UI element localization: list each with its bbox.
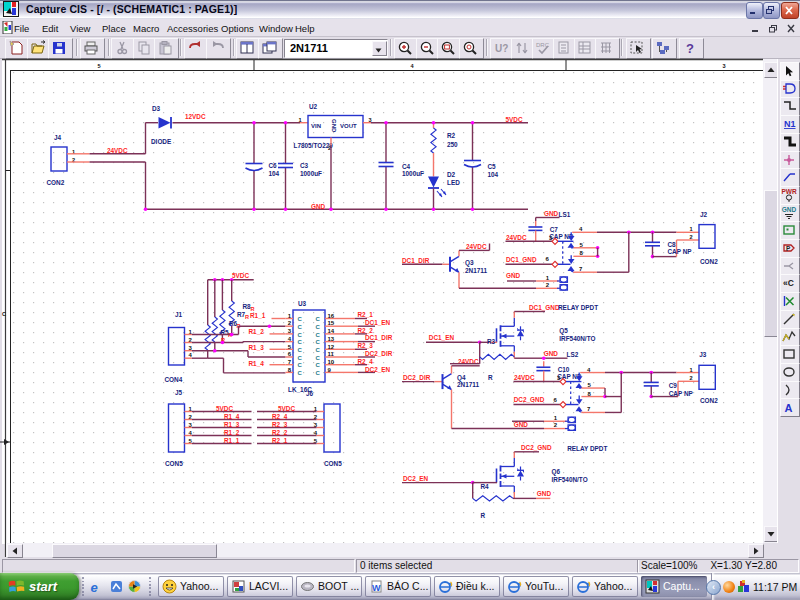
svg-text:N1: N1 [784,119,796,129]
svg-text:24VDC: 24VDC [514,374,535,381]
svg-text:GND: GND [544,210,559,217]
svg-text:R2_1: R2_1 [272,437,288,444]
svg-text:R: R [481,512,486,519]
svg-text:DC2_EN: DC2_EN [403,475,429,482]
svg-text:J1: J1 [175,311,183,318]
svg-text:R2_4: R2_4 [358,358,374,365]
svg-text:LED: LED [447,179,460,186]
svg-text:R1_2: R1_2 [224,429,240,436]
svg-text:RELAY DPDT: RELAY DPDT [558,304,598,311]
svg-text:DC2_DIR: DC2_DIR [365,350,393,357]
svg-text:C: C [316,332,321,338]
svg-text:C6: C6 [269,162,278,169]
svg-text:C9: C9 [669,382,678,389]
svg-text:1: 1 [690,367,693,373]
svg-text:C: C [316,355,321,361]
svg-text:Q5: Q5 [559,327,568,335]
svg-text:R2_3: R2_3 [358,342,374,349]
svg-text:CAP NP: CAP NP [668,248,693,255]
svg-text:1: 1 [298,117,301,123]
svg-text:GND: GND [544,350,559,357]
svg-text:IRF540N/TO: IRF540N/TO [559,335,595,342]
svg-text:R2_1: R2_1 [358,311,374,318]
svg-text:1: 1 [690,226,693,232]
svg-text:A: A [785,402,793,414]
svg-text:GND: GND [506,272,521,279]
svg-text:R2_4: R2_4 [272,413,288,420]
svg-text:1000uF: 1000uF [300,170,322,177]
svg-text:DC2_DIR: DC2_DIR [403,374,431,381]
svg-text:C: C [316,339,321,345]
svg-text:D2: D2 [447,171,456,178]
svg-text:VIN: VIN [311,123,321,129]
svg-text:DC1_GND: DC1_GND [529,304,560,311]
svg-text:5VDC: 5VDC [506,116,523,123]
svg-text:DIODE: DIODE [151,138,172,145]
svg-text:CON4: CON4 [165,376,183,383]
svg-text:12VDC: 12VDC [185,113,206,120]
svg-text:CON2: CON2 [47,179,65,186]
svg-text:C: C [298,362,303,368]
svg-text:e: e [91,580,98,595]
svg-text:C: C [316,362,321,368]
svg-text:GND: GND [537,490,552,497]
svg-text:C: C [316,316,321,322]
svg-text:24VDC: 24VDC [466,243,487,250]
svg-text:24VDC: 24VDC [107,147,128,154]
svg-text:C: C [298,370,303,376]
svg-text:U?: U? [495,43,508,54]
svg-text:24VDC: 24VDC [506,234,527,241]
svg-text:D3: D3 [152,105,161,112]
svg-text:3: 3 [722,63,725,69]
svg-text:J4: J4 [54,134,62,141]
svg-text:L7805/TO220: L7805/TO220 [294,142,334,149]
svg-text:104: 104 [269,170,280,177]
svg-text:C: C [316,370,321,376]
svg-text:W: W [372,583,381,593]
svg-text:5VDC: 5VDC [216,405,233,412]
svg-text:J6: J6 [306,390,314,397]
svg-text:GND: GND [514,421,529,428]
svg-text:C: C [316,347,321,353]
svg-text:P: P [786,245,791,252]
svg-text:DC1_DIR: DC1_DIR [365,334,393,341]
svg-text:C: C [298,324,303,330]
svg-text:DC1_EN: DC1_EN [365,319,391,326]
svg-text:5VDC: 5VDC [232,272,249,279]
svg-text:R4: R4 [481,483,490,490]
svg-text:R: R [488,374,493,381]
svg-text:250: 250 [447,141,458,148]
svg-text:C5: C5 [488,163,497,170]
svg-text:R: R [245,314,249,320]
svg-text:LS1: LS1 [559,211,571,218]
svg-text:C: C [2,311,6,317]
svg-text:CON5: CON5 [165,460,183,467]
svg-text:CON5: CON5 [324,460,342,467]
svg-text:C4: C4 [402,163,411,170]
svg-text:J5: J5 [175,389,183,396]
svg-text:CON2: CON2 [700,258,718,265]
svg-text:VOUT: VOUT [340,123,357,129]
svg-text:GND: GND [331,119,337,133]
svg-text:R1_3: R1_3 [249,344,265,351]
svg-text:CON2: CON2 [700,397,718,404]
svg-text:J2: J2 [700,211,708,218]
svg-text:104: 104 [488,171,499,178]
svg-text:2: 2 [690,375,693,381]
svg-text:5VDC: 5VDC [278,405,295,412]
svg-text:DC1_EN: DC1_EN [429,334,455,341]
svg-text:DC2_GND: DC2_GND [514,396,545,403]
svg-text:R1_2: R1_2 [249,328,265,335]
svg-text:R2_3: R2_3 [272,421,288,428]
svg-text:R1_4: R1_4 [224,413,240,420]
svg-text:C: C [298,347,303,353]
svg-text:2N1711: 2N1711 [457,381,479,388]
svg-text:J3: J3 [699,351,707,358]
svg-text:CAP NP: CAP NP [669,390,694,397]
svg-text:«C: «C [783,278,794,288]
svg-text:C10: C10 [558,366,570,373]
svg-text:2N1711: 2N1711 [465,267,487,274]
svg-text:C7: C7 [550,226,559,233]
svg-text:GND: GND [311,203,326,210]
svg-text:R3: R3 [487,338,496,345]
